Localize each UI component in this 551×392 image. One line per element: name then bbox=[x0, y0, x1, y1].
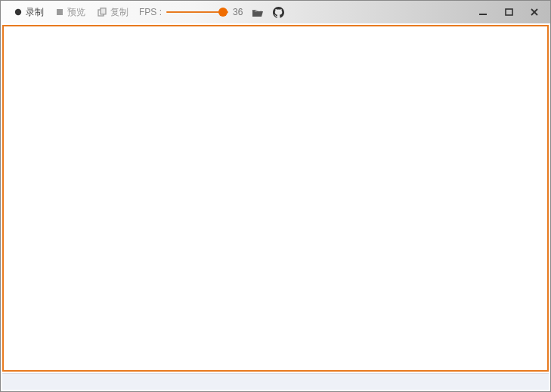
titlebar: 录制 预览 复制 FPS : 36 bbox=[1, 1, 550, 23]
maximize-icon bbox=[505, 8, 513, 17]
preview-label: 预览 bbox=[67, 6, 85, 19]
close-icon bbox=[530, 8, 539, 17]
svg-rect-4 bbox=[479, 14, 487, 15]
copy-button[interactable]: 复制 bbox=[91, 1, 135, 23]
status-bar bbox=[2, 373, 549, 390]
fps-slider[interactable] bbox=[166, 7, 228, 17]
github-button[interactable] bbox=[268, 1, 289, 23]
record-label: 录制 bbox=[26, 6, 44, 19]
svg-point-0 bbox=[15, 9, 21, 15]
svg-rect-3 bbox=[101, 8, 106, 14]
github-icon bbox=[273, 7, 284, 18]
window-controls bbox=[470, 1, 547, 23]
maximize-button[interactable] bbox=[496, 1, 522, 23]
preview-button[interactable]: 预览 bbox=[50, 1, 91, 23]
minimize-icon bbox=[478, 8, 488, 17]
minimize-button[interactable] bbox=[470, 1, 496, 23]
open-folder-button[interactable] bbox=[247, 1, 268, 23]
record-icon bbox=[14, 8, 22, 16]
fps-label: FPS : bbox=[139, 7, 162, 17]
fps-value: 36 bbox=[233, 7, 243, 17]
canvas-area[interactable] bbox=[2, 25, 549, 372]
close-button[interactable] bbox=[522, 1, 547, 23]
fps-slider-thumb[interactable] bbox=[218, 8, 228, 17]
copy-icon bbox=[98, 8, 107, 17]
folder-open-icon bbox=[252, 8, 264, 17]
stop-icon bbox=[56, 8, 63, 16]
record-button[interactable]: 录制 bbox=[8, 1, 50, 23]
copy-label: 复制 bbox=[110, 6, 128, 19]
svg-rect-5 bbox=[506, 9, 512, 15]
svg-rect-1 bbox=[57, 9, 63, 15]
